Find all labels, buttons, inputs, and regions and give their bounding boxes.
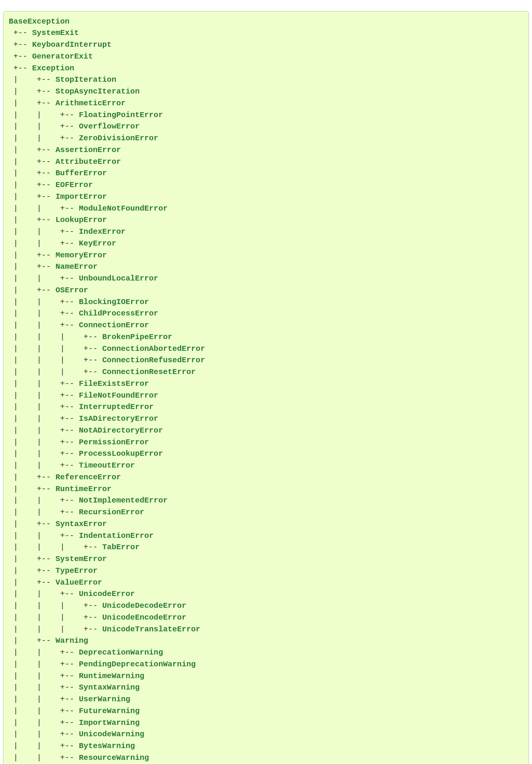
tree-node: GeneratorExit [32,52,93,61]
tree-node: Warning [55,636,88,645]
tree-node: BrokenPipeError [102,333,173,341]
tree-node: NameError [55,262,98,271]
tree-node: FloatingPointError [79,111,163,119]
tree-node: BytesWarning [79,742,135,750]
tree-node: MemoryError [55,251,107,260]
tree-node: StopIteration [55,75,116,84]
tree-node: ConnectionRefusedError [102,356,205,365]
tree-node: ChildProcessError [79,309,158,318]
tree-node: KeyboardInterrupt [32,40,112,49]
tree-node: IndentationError [79,531,154,540]
tree-node: BaseException [9,17,70,26]
tree-node: ZeroDivisionError [79,134,158,143]
tree-node: ArithmeticError [55,99,126,108]
tree-node: FileNotFoundError [79,391,158,400]
tree-node: ValueError [55,578,102,587]
tree-node: UnicodeDecodeError [102,601,186,610]
tree-node: TabError [102,543,139,552]
tree-node: RecursionError [79,508,144,517]
tree-node: BufferError [55,169,107,178]
tree-node: StopAsyncIteration [55,87,139,96]
tree-node: UnicodeTranslateError [102,625,200,634]
tree-node: ReferenceError [55,473,121,482]
tree-node: DeprecationWarning [79,648,163,657]
tree-node: FileExistsError [79,379,149,388]
exception-hierarchy-tree: BaseException +-- SystemExit +-- Keyboar… [3,11,529,764]
tree-node: ImportWarning [79,718,140,727]
tree-node: PendingDeprecationWarning [79,660,196,669]
tree-node: RuntimeWarning [79,672,144,680]
tree-node: LookupError [55,216,107,224]
tree-node: TimeoutError [79,461,135,470]
tree-node: AssertionError [55,146,121,154]
tree-node: SyntaxWarning [79,683,140,692]
tree-node: NotImplementedError [79,496,168,505]
tree-node: ProcessLookupError [79,449,163,458]
tree-node: ConnectionAbortedError [102,344,205,353]
tree-node: ModuleNotFoundError [79,204,168,213]
tree-node: IsADirectoryError [79,414,158,423]
tree-node: RuntimeError [55,485,112,493]
tree-node: ResourceWarning [79,753,149,762]
tree-node: TypeError [55,566,98,575]
tree-node: SyntaxError [55,520,107,528]
tree-node: SystemExit [32,29,79,37]
tree-node: EOFError [55,181,93,189]
tree-node: SystemError [55,555,107,563]
tree-node: OSError [55,286,88,295]
tree-node: KeyError [79,239,116,248]
tree-node: UnicodeEncodeError [102,613,186,622]
tree-node: ConnectionResetError [102,368,196,376]
tree-node: OverflowError [79,122,140,131]
tree-node: InterruptedError [79,403,154,411]
tree-node: NotADirectoryError [79,426,163,435]
tree-node: UserWarning [79,695,130,704]
tree-node: IndexError [79,227,126,236]
tree-node: PermissionError [79,438,149,447]
tree-node: UnicodeError [79,590,135,598]
tree-node: UnicodeWarning [79,730,144,739]
tree-node: AttributeError [55,157,121,166]
tree-node: Exception [32,64,74,73]
tree-node: ImportError [55,192,107,201]
tree-node: UnboundLocalError [79,274,158,283]
tree-node: BlockingIOError [79,298,149,306]
tree-node: FutureWarning [79,707,140,715]
tree-node: ConnectionError [79,321,149,330]
